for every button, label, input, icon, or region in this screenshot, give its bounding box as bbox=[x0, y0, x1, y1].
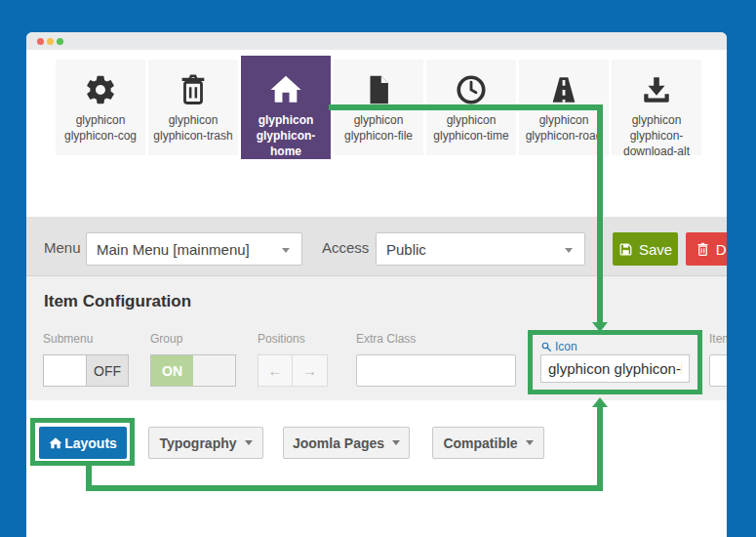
trash-icon bbox=[696, 242, 710, 257]
typography-button-label: Typography bbox=[159, 435, 236, 451]
access-select-value: Public bbox=[386, 241, 426, 258]
submenu-label: Submenu bbox=[43, 332, 93, 346]
cog-icon bbox=[84, 73, 117, 106]
home-icon bbox=[269, 73, 302, 106]
close-window-icon[interactable] bbox=[37, 38, 44, 45]
arrow-down-icon bbox=[592, 322, 608, 332]
search-icon bbox=[540, 341, 552, 352]
glyph-label: glyphicon glyphicon-home bbox=[253, 112, 319, 159]
glyph-cell-home-selected[interactable]: glyphicon glyphicon-home bbox=[241, 56, 331, 159]
arrow-left-icon[interactable]: ← bbox=[258, 354, 293, 387]
delete-button[interactable]: Delete bbox=[686, 232, 727, 266]
glyphicon-picker-row: glyphicon glyphicon-cog glyphicon glyphi… bbox=[56, 60, 709, 167]
group-toggle[interactable]: ON bbox=[150, 354, 236, 387]
save-button-label: Save bbox=[639, 241, 672, 258]
glyph-label: glyphicon glyphicon-time bbox=[428, 112, 514, 144]
chevron-down-icon bbox=[392, 440, 400, 445]
glyph-label: glyphicon glyphicon-cog bbox=[58, 112, 143, 144]
app-window: glyphicon glyphicon-cog glyphicon glyphi… bbox=[26, 32, 727, 537]
arrow-right-icon[interactable]: → bbox=[293, 354, 328, 387]
road-icon bbox=[547, 73, 580, 106]
glyph-cell-cog[interactable]: glyphicon glyphicon-cog bbox=[56, 60, 145, 155]
home-icon bbox=[49, 436, 62, 450]
item-configuration-title: Item Configuration bbox=[44, 292, 191, 311]
item-input[interactable] bbox=[709, 354, 727, 387]
arrow-up-icon bbox=[592, 397, 608, 407]
chevron-down-icon bbox=[565, 248, 573, 253]
layouts-button[interactable]: Layouts bbox=[39, 427, 127, 459]
layouts-highlight-box: Layouts bbox=[30, 418, 135, 466]
extra-class-label: Extra Class bbox=[356, 332, 416, 346]
access-label: Access bbox=[322, 239, 369, 256]
layouts-button-label: Layouts bbox=[64, 435, 117, 451]
chevron-down-icon bbox=[245, 440, 253, 445]
glyph-label: glyphicon glyphicon-download-alt bbox=[614, 112, 699, 159]
delete-button-label: Delete bbox=[716, 241, 727, 258]
access-select[interactable]: Public bbox=[376, 232, 585, 266]
minimize-window-icon[interactable] bbox=[47, 38, 54, 45]
glyph-cell-trash[interactable]: glyphicon glyphicon-trash bbox=[148, 60, 238, 155]
maximize-window-icon[interactable] bbox=[57, 38, 63, 45]
menu-select-value: Main Menu [mainmenu] bbox=[97, 241, 250, 258]
compatible-button-label: Compatible bbox=[443, 435, 517, 451]
extra-class-input[interactable] bbox=[356, 354, 516, 387]
compatible-button[interactable]: Compatible bbox=[432, 427, 544, 459]
positions-control: ← → bbox=[258, 354, 328, 387]
group-toggle-state: ON bbox=[151, 355, 193, 386]
trash-icon bbox=[177, 73, 210, 106]
floppy-disk-icon bbox=[618, 242, 633, 257]
download-alt-icon bbox=[640, 73, 673, 106]
glyph-label: glyphicon glyphicon-trash bbox=[150, 112, 236, 144]
connector-line-layouts-horizontal bbox=[86, 485, 603, 491]
joomla-pages-button[interactable]: Joomla Pages bbox=[283, 427, 410, 459]
glyph-label: glyphicon glyphicon-file bbox=[336, 112, 421, 144]
submenu-toggle[interactable]: OFF bbox=[43, 354, 129, 387]
joomla-pages-button-label: Joomla Pages bbox=[293, 435, 384, 451]
window-titlebar bbox=[26, 32, 727, 50]
positions-label: Positions bbox=[258, 332, 305, 346]
group-label: Group bbox=[150, 332, 182, 346]
connector-line-glyph-vertical bbox=[597, 104, 603, 324]
glyph-cell-download-alt[interactable]: glyphicon glyphicon-download-alt bbox=[612, 60, 701, 155]
connector-line-layouts-vertical bbox=[597, 407, 603, 491]
menu-select[interactable]: Main Menu [mainmenu] bbox=[86, 232, 302, 266]
save-button[interactable]: Save bbox=[613, 232, 678, 266]
chevron-down-icon bbox=[282, 248, 290, 253]
submenu-toggle-state: OFF bbox=[86, 355, 128, 386]
chevron-down-icon bbox=[526, 440, 534, 445]
menu-label: Menu bbox=[44, 239, 81, 256]
time-icon bbox=[455, 73, 488, 106]
connector-line-glyph-horizontal bbox=[329, 104, 603, 110]
file-icon bbox=[362, 73, 395, 106]
glyph-label: glyphicon glyphicon-road bbox=[521, 112, 607, 144]
item-label: Item bbox=[709, 332, 727, 346]
typography-button[interactable]: Typography bbox=[148, 427, 263, 459]
icon-input[interactable] bbox=[540, 354, 690, 383]
icon-field-highlight-box: Icon bbox=[528, 330, 702, 394]
icon-field-label: Icon bbox=[540, 338, 690, 354]
